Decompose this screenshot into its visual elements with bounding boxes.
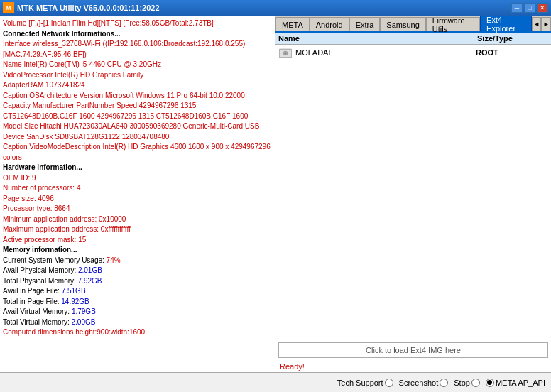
screenshot-circle[interactable] — [440, 379, 448, 387]
maximize-button[interactable]: □ — [524, 3, 535, 13]
meta-api-label: META AP_API — [496, 379, 545, 387]
tech-support-label: Tech Support — [337, 379, 383, 387]
drop-zone[interactable]: Click to load Ext4 IMG here — [278, 342, 548, 358]
file-name: MOFADAL — [295, 48, 476, 57]
bottom-bar: Tech Support Screenshot Stop META AP_API — [0, 372, 551, 392]
info-line: Interface wireless_32768-Wi-Fi ((IP:192.… — [3, 39, 272, 60]
info-line: Caption VideoModeDescription Intel(R) HD… — [3, 142, 272, 163]
meta-api-radio[interactable]: META AP_API — [486, 379, 545, 387]
file-icon — [278, 47, 293, 58]
info-line: Name Intel(R) Core(TM) i5-4460 CPU @ 3.2… — [3, 60, 272, 70]
app-logo: M — [3, 2, 14, 13]
left-panel: Volume [F:/]-[1 Indian Film Hd][NTFS] [F… — [0, 16, 276, 372]
tab-nav-right[interactable]: ► — [541, 17, 551, 31]
tab-ext4-explorer[interactable]: Ext4 Explorer — [480, 16, 532, 31]
tab-nav-left[interactable]: ◄ — [532, 17, 542, 31]
main-container: Volume [F:/]-[1 Indian Film Hd][NTFS] [F… — [0, 16, 551, 372]
right-status: Ready! — [276, 361, 551, 372]
info-line: Total Physical Memory: 7.92GB — [3, 276, 272, 287]
col-size: Size/Type — [477, 34, 548, 43]
info-line: Processor type: 8664 — [3, 204, 272, 214]
meta-api-circle[interactable] — [486, 379, 494, 387]
title-bar-left: M MTK META Utility V65.0.0.0:01:11:2022 — [3, 2, 160, 13]
info-line: AdapterRAM 1073741824 — [3, 80, 272, 91]
svg-point-3 — [285, 53, 287, 55]
info-line: Model Size Hitachi HUA723030ALA640 30005… — [3, 121, 272, 142]
info-line: Capacity Manufacturer PartNumber Speed 4… — [3, 101, 272, 121]
tab-firmware-utils[interactable]: Firmware Utils — [426, 17, 480, 31]
info-line: Minimum application address: 0x10000 — [3, 214, 272, 225]
info-line: Total Virtual Memory: 2.00GB — [3, 317, 272, 328]
title-bar: M MTK META Utility V65.0.0.0:01:11:2022 … — [0, 0, 551, 16]
tab-samsung[interactable]: Samsung — [380, 17, 425, 31]
info-line: Active processor mask: 15 — [3, 235, 272, 246]
stop-radio[interactable]: Stop — [454, 379, 480, 387]
tech-support-circle[interactable] — [385, 379, 393, 387]
info-line: Avail Physical Memory: 2.01GB — [3, 266, 272, 276]
info-line: Memory information... — [3, 245, 272, 256]
stop-circle[interactable] — [471, 379, 480, 387]
info-line: Avail in Page File: 7.51GB — [3, 286, 272, 297]
screenshot-label: Screenshot — [399, 379, 439, 387]
file-list-header: Name Size/Type — [276, 33, 551, 45]
tab-meta[interactable]: META — [276, 17, 310, 31]
minimize-button[interactable]: ─ — [511, 3, 523, 13]
right-panel: META Android Extra Samsung Firmware Util… — [276, 16, 551, 372]
tab-extra[interactable]: Extra — [349, 17, 381, 31]
info-line: Caption OSArchitecture Version Microsoft… — [3, 91, 272, 102]
tab-bar: META Android Extra Samsung Firmware Util… — [276, 16, 551, 33]
info-line: VideoProcessor Intel(R) HD Graphics Fami… — [3, 70, 272, 81]
system-info: Volume [F:/]-[1 Indian Film Hd][NTFS] [F… — [3, 18, 272, 338]
info-line: Connected Network Informations... — [3, 29, 272, 40]
info-line: Current System Memory Usage: 74% — [3, 256, 272, 266]
window-controls: ─ □ ✕ — [511, 3, 548, 13]
close-button[interactable]: ✕ — [537, 3, 548, 13]
tab-android[interactable]: Android — [310, 17, 349, 31]
file-list-content: MOFADAL ROOT — [276, 45, 551, 339]
info-line: Maximum application address: 0xfffffffff… — [3, 224, 272, 235]
info-line: OEM ID: 9 — [3, 173, 272, 184]
info-line: Number of processors: 4 — [3, 183, 272, 194]
stop-label: Stop — [454, 379, 470, 387]
info-line: Page size: 4096 — [3, 194, 272, 205]
info-line: Hardware information... — [3, 163, 272, 173]
col-name: Name — [278, 34, 477, 43]
file-row[interactable]: MOFADAL ROOT — [276, 45, 551, 60]
info-line: Avail Virtual Memory: 1.79GB — [3, 307, 272, 317]
info-line: Computed dimensions height:900:width:160… — [3, 327, 272, 338]
info-line: Total in Page File: 14.92GB — [3, 297, 272, 307]
tech-support-radio[interactable]: Tech Support — [337, 379, 393, 387]
info-line: Volume [F:/]-[1 Indian Film Hd][NTFS] [F… — [3, 18, 272, 29]
file-type: ROOT — [476, 48, 548, 57]
screenshot-radio[interactable]: Screenshot — [399, 379, 449, 387]
window-title: MTK META Utility V65.0.0.0:01:11:2022 — [17, 4, 160, 12]
